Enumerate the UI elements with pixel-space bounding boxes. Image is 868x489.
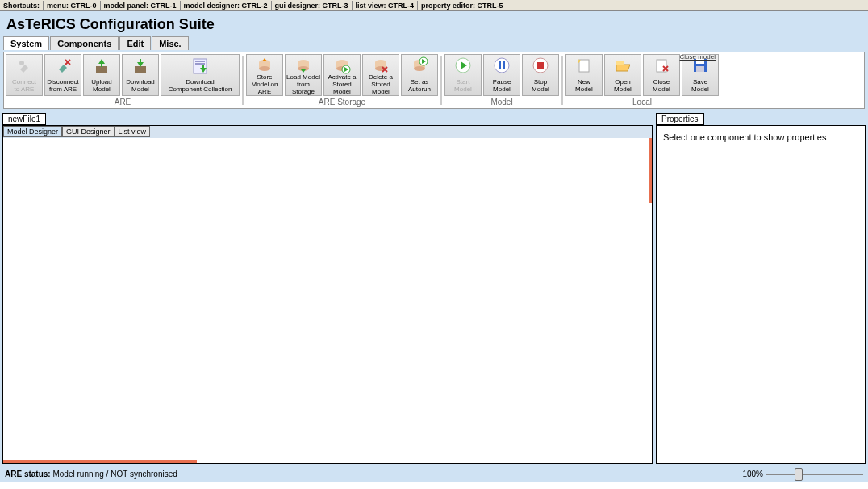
zoom-value: 100% xyxy=(742,470,763,479)
shortcut-item[interactable]: gui designer: CTRL-3 xyxy=(272,1,353,10)
new-model-button[interactable]: NewModel xyxy=(565,54,603,96)
connect-are-button[interactable]: Connectto ARE xyxy=(6,54,43,96)
db-auto-icon xyxy=(411,56,428,74)
properties-body: Select one component to show properties xyxy=(656,125,866,464)
svg-point-0 xyxy=(19,61,24,65)
shortcut-item[interactable]: model panel: CTRL-1 xyxy=(101,1,181,10)
title-area: AsTeRICS Configuration Suite xyxy=(0,11,868,36)
main-area: newFile1 Model Designer GUI Designer Lis… xyxy=(0,111,868,466)
upload-icon xyxy=(93,56,111,74)
download-icon xyxy=(131,56,149,74)
db-delete-icon xyxy=(372,56,390,74)
open-icon xyxy=(614,56,632,74)
download-model-button[interactable]: DownloadModel xyxy=(122,54,159,96)
tab-misc[interactable]: Misc. xyxy=(152,36,189,50)
horizontal-scrollbar[interactable] xyxy=(3,460,197,463)
toolbar-group-are-storage: StoreModel on ARE Load Modelfrom Storage… xyxy=(246,54,438,107)
toolbar-area: Connectto ARE Disconnectfrom ARE UploadM… xyxy=(0,50,868,111)
tab-system[interactable]: System xyxy=(3,36,49,50)
shortcut-item[interactable]: list view: CTRL-4 xyxy=(353,1,419,10)
svg-point-25 xyxy=(414,66,425,71)
shortcut-item[interactable]: model designer: CTRL-2 xyxy=(181,1,272,10)
delete-stored-model-button[interactable]: Delete aStored Model xyxy=(362,54,399,96)
svg-point-10 xyxy=(259,66,270,71)
plug-icon xyxy=(15,56,33,74)
tab-edit[interactable]: Edit xyxy=(119,36,151,50)
shortcut-item[interactable]: menu: CTRL-0 xyxy=(44,1,101,10)
svg-rect-33 xyxy=(579,60,589,72)
zoom-control: 100% xyxy=(742,470,863,479)
menu-tabs: System Components Edit Misc. xyxy=(0,36,868,50)
toolbar-group-label: ARE Storage xyxy=(246,96,438,107)
download-collection-icon xyxy=(191,56,209,74)
svg-rect-3 xyxy=(96,66,107,73)
zoom-slider-thumb[interactable] xyxy=(795,468,803,481)
toolbar-group-label: ARE xyxy=(6,96,240,107)
toolbar-group-model: StartModel PauseModel StopModel Model xyxy=(444,54,559,107)
svg-rect-30 xyxy=(503,61,505,69)
app-title: AsTeRICS Configuration Suite xyxy=(6,16,862,33)
tab-list-view[interactable]: List view xyxy=(115,126,151,137)
model-panel: newFile1 Model Designer GUI Designer Lis… xyxy=(2,113,653,464)
toolbar-separator xyxy=(242,56,244,105)
toolbar-separator xyxy=(561,56,563,105)
close-icon xyxy=(653,56,670,74)
new-icon xyxy=(575,56,593,74)
status-label: ARE status: xyxy=(5,470,51,479)
svg-point-28 xyxy=(495,58,509,73)
shortcut-label: Shortcuts: xyxy=(0,1,44,10)
play-icon xyxy=(454,56,472,74)
svg-rect-32 xyxy=(537,62,544,69)
stop-icon xyxy=(532,56,549,74)
db-down-icon xyxy=(294,56,312,74)
tab-components[interactable]: Components xyxy=(50,36,119,50)
toolbar-group-label: Model xyxy=(444,96,559,107)
tab-model-designer[interactable]: Model Designer xyxy=(3,126,62,137)
svg-rect-41 xyxy=(696,66,704,72)
plug-x-icon xyxy=(54,56,72,74)
zoom-slider[interactable] xyxy=(766,474,863,475)
open-model-button[interactable]: OpenModel xyxy=(604,54,641,96)
upload-model-button[interactable]: UploadModel xyxy=(83,54,120,96)
stop-model-button[interactable]: StopModel xyxy=(522,54,559,96)
svg-rect-29 xyxy=(499,61,501,69)
start-model-button[interactable]: StartModel xyxy=(444,54,482,96)
svg-rect-6 xyxy=(195,61,205,62)
vertical-scrollbar[interactable] xyxy=(649,138,652,203)
toolbar-group-are: Connectto ARE Disconnectfrom ARE UploadM… xyxy=(6,54,240,107)
toolbar-group-local: Close model NewModel OpenModel CloseMode… xyxy=(565,54,719,107)
tab-gui-designer[interactable]: GUI Designer xyxy=(62,126,115,137)
toolbar: Connectto ARE Disconnectfrom ARE UploadM… xyxy=(3,52,865,109)
shortcut-bar: Shortcuts: menu: CTRL-0 model panel: CTR… xyxy=(0,0,868,11)
pause-icon xyxy=(493,56,511,74)
designer-container: Model Designer GUI Designer List view xyxy=(2,125,653,464)
file-tab[interactable]: newFile1 xyxy=(2,113,46,125)
status-bar: ARE status: Model running / NOT synchron… xyxy=(0,466,868,482)
toolbar-group-label: Local xyxy=(565,96,719,107)
toolbar-separator xyxy=(440,56,442,105)
load-model-button[interactable]: Load Modelfrom Storage xyxy=(285,54,322,96)
pause-model-button[interactable]: PauseModel xyxy=(483,54,520,96)
download-component-collection-button[interactable]: DownloadComponent Collection xyxy=(161,54,240,96)
shortcut-item[interactable]: property editor: CTRL-5 xyxy=(418,1,507,10)
property-panel: Properties Select one component to show … xyxy=(656,113,866,464)
close-model-button[interactable]: CloseModel xyxy=(643,54,680,96)
store-model-button[interactable]: StoreModel on ARE xyxy=(246,54,283,96)
svg-rect-7 xyxy=(195,63,205,65)
properties-tab[interactable]: Properties xyxy=(656,113,704,125)
designer-canvas[interactable] xyxy=(3,138,652,463)
db-up-icon xyxy=(256,56,273,74)
status-text: Model running / NOT synchronised xyxy=(52,470,177,479)
set-autorun-button[interactable]: Set asAutorun xyxy=(401,54,438,96)
svg-rect-4 xyxy=(135,66,146,73)
db-play-icon xyxy=(333,56,351,74)
properties-empty-text: Select one component to show properties xyxy=(663,132,826,142)
disconnect-are-button[interactable]: Disconnectfrom ARE xyxy=(44,54,81,96)
activate-stored-model-button[interactable]: Activate aStored Model xyxy=(323,54,361,96)
close-model-link[interactable]: Close model xyxy=(680,53,716,61)
svg-rect-35 xyxy=(616,61,624,65)
